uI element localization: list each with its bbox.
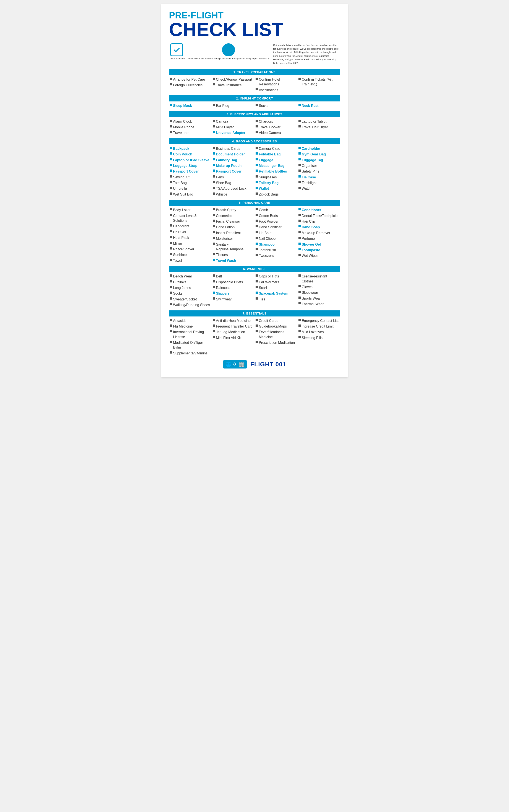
checkbox-square — [299, 214, 301, 216]
checkbox-square — [256, 298, 258, 300]
list-item: Guidebooks/Maps — [256, 324, 296, 329]
item-label: Emergency Contact List — [302, 318, 339, 323]
item-label: Safety Pins — [302, 169, 319, 174]
checkbox-square — [299, 147, 301, 149]
checkbox-square — [299, 77, 301, 80]
section-col-wardrobe-3: Crease-resistant ClothesGlovesSleepwearS… — [299, 274, 339, 308]
checkbox-square — [213, 243, 215, 245]
checkbox-square — [170, 214, 172, 216]
checkbox-square — [256, 77, 258, 80]
checkbox-square — [213, 324, 215, 327]
item-label: Spacepak System — [259, 291, 288, 296]
item-label: Toothpaste — [302, 248, 320, 253]
item-label: Confirm Tickets (Air, Train etc.) — [302, 77, 339, 87]
checkbox-square — [170, 259, 172, 261]
checkbox-square — [299, 181, 301, 183]
list-item: Torchlight — [299, 180, 339, 186]
checkbox-square — [170, 280, 172, 282]
list-item: Long Johns — [170, 285, 210, 290]
list-item: Ear Plug — [213, 103, 253, 108]
item-label: Prescription Medication — [259, 340, 295, 345]
item-label: Contact Lens & Solutions — [173, 214, 210, 223]
item-label: Gloves — [302, 285, 312, 289]
item-label: Vaccinations — [259, 88, 278, 93]
list-item: Heat Pack — [170, 235, 210, 240]
item-label: Guidebooks/Maps — [259, 324, 287, 329]
list-item: Sleeping Pills — [299, 335, 339, 341]
list-item: International Driving License — [170, 330, 210, 340]
list-item: Ziplock Bags — [256, 192, 296, 197]
list-item: Fever/Headache Medicine — [256, 330, 296, 340]
checkbox-square — [170, 303, 172, 305]
checkbox-square — [256, 152, 258, 155]
item-label: Foldable Bag — [259, 152, 280, 157]
checkbox-square — [256, 104, 258, 106]
checkbox-square — [299, 231, 301, 233]
checkbox-square — [213, 192, 215, 195]
checkbox-square — [170, 341, 172, 343]
checkbox-square — [170, 286, 172, 288]
checkbox-square — [213, 77, 215, 80]
checkbox-square — [170, 319, 172, 321]
item-label: Mobile Phone — [173, 125, 194, 130]
section-header-electronics: 3. ELECTRONICS AND APPLIANCES — [169, 111, 340, 117]
checkbox-square — [213, 164, 215, 166]
section-header-wardrobe: 6. WARDROBE — [169, 266, 340, 272]
section-col-travel-preparations-2: Confirm Hotel ReservationsVaccinations — [256, 77, 296, 93]
checkbox-square — [299, 164, 301, 166]
globe-icon: 🌐 — [226, 362, 231, 367]
checkbox-square — [256, 248, 258, 250]
list-item: Luggage — [256, 158, 296, 163]
list-item: MP3 Player — [213, 125, 253, 130]
footer: 🌐 ✈ 🏢 FLIGHT 001 — [169, 360, 340, 369]
checkbox-square — [213, 214, 215, 216]
section-col-travel-preparations-3: Confirm Tickets (Air, Train etc.) — [299, 77, 339, 93]
check-icon — [170, 43, 183, 56]
section-body-electronics: Alarm ClockMobile PhoneTravel IronCamera… — [169, 119, 340, 136]
item-label: Sanitary Napkins/Tampons — [216, 242, 253, 252]
list-item: Hand Sanitiser — [256, 225, 296, 230]
list-item: Document Holder — [213, 152, 253, 157]
checkbox-square — [299, 291, 301, 293]
list-item: Shower Gel — [299, 242, 339, 247]
list-item: Laundry Bag — [213, 158, 253, 163]
checkbox-square — [170, 131, 172, 133]
checkbox-square — [256, 291, 258, 294]
item-label: Backpack — [173, 146, 189, 151]
list-item: Umbrella — [170, 186, 210, 191]
checkbox-square — [256, 187, 258, 189]
checkbox-square — [299, 330, 301, 332]
list-item: Mini First Aid Kit — [213, 335, 253, 341]
checkbox-square — [256, 131, 258, 133]
check-label: Check your item — [169, 57, 184, 60]
list-item: Hair Clip — [299, 219, 339, 224]
item-label: Ziplock Bags — [259, 192, 279, 197]
list-item: Caps or Hats — [256, 274, 296, 279]
checkbox-square — [213, 330, 215, 332]
checkbox-square — [299, 324, 301, 327]
section-col-in-flight-comfort-0: Sleep Mask — [170, 103, 210, 108]
list-item: Foot Powder — [256, 219, 296, 224]
checkbox-square — [213, 274, 215, 277]
item-label: Crease-resistant Clothes — [302, 274, 339, 284]
list-item: Foldable Bag — [256, 152, 296, 157]
item-label: Travel Cooker — [259, 125, 280, 130]
checkbox-square — [213, 231, 215, 233]
checkbox-square — [299, 208, 301, 210]
section-body-bags: BackpackCoin PouchLaptop or iPad SleeveL… — [169, 146, 340, 197]
item-label: Conditioner — [302, 208, 321, 212]
item-label: TSA Approved Lock — [216, 186, 246, 191]
checkbox-square — [299, 274, 301, 277]
item-label: Arrange for Pet Care — [173, 77, 205, 82]
checkbox-square — [299, 187, 301, 189]
list-item: Deodorant — [170, 224, 210, 229]
item-label: Toothbrush — [259, 248, 276, 253]
checkbox-square — [256, 280, 258, 282]
list-item: Backpack — [170, 146, 210, 151]
item-label: Alarm Clock — [173, 119, 192, 124]
list-item: Wet Suit Bag — [170, 192, 210, 197]
item-label: Toiletry Bag — [259, 181, 278, 185]
list-item: Tissues — [213, 252, 253, 257]
section-col-essentials-2: Credit CardsGuidebooks/MapsFever/Headach… — [256, 318, 296, 356]
item-label: Cufflinks — [173, 280, 186, 285]
